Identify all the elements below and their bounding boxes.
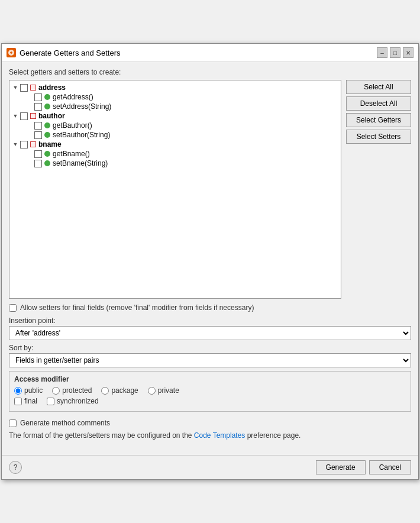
access-modifier-title: Access modifier — [14, 375, 406, 383]
radio-private[interactable]: private — [148, 386, 179, 395]
checkbox-final[interactable]: final — [14, 397, 37, 405]
method-icon-getAddress — [44, 94, 50, 100]
synchronized-checkbox-input[interactable] — [47, 398, 54, 405]
method-icon-setAddress — [44, 104, 50, 109]
generate-button[interactable]: Generate — [316, 460, 366, 474]
deselect-all-button[interactable]: Deselect All — [346, 96, 411, 111]
label-address: address — [38, 83, 66, 92]
allow-final-checkbox[interactable] — [9, 304, 17, 312]
label-getAddress: getAddress() — [53, 93, 93, 101]
footer-section: Generate method comments The format of t… — [9, 415, 411, 441]
expand-bauthor[interactable]: ▼ — [12, 112, 19, 120]
radio-public[interactable]: public — [14, 386, 43, 395]
bottom-section: Allow setters for final fields (remove '… — [9, 304, 411, 449]
cancel-button[interactable]: Cancel — [369, 460, 411, 474]
tree-item-setBname[interactable]: setBname(String) — [9, 159, 341, 168]
radio-package[interactable]: package — [101, 386, 138, 395]
synchronized-label: synchronized — [57, 397, 99, 405]
checkbox-synchronized[interactable]: synchronized — [47, 397, 99, 405]
radio-package-label: package — [111, 386, 138, 395]
sort-by-select[interactable]: Fields in getter/setter pairs Alphabetic… — [9, 353, 411, 367]
method-icon-setBname — [44, 160, 50, 166]
method-icon-setBauthor — [44, 132, 50, 138]
tree-item-getBname[interactable]: getBname() — [9, 149, 341, 159]
sort-by-section: Sort by: Fields in getter/setter pairs A… — [9, 344, 411, 367]
field-icon-bauthor — [30, 113, 36, 119]
footer-action-buttons: Generate Cancel — [316, 460, 411, 474]
button-panel: Select All Deselect All Select Getters S… — [346, 80, 411, 299]
help-button[interactable]: ? — [9, 461, 22, 474]
checkbox-getAddress[interactable] — [34, 93, 42, 101]
expand-address[interactable]: ▼ — [12, 84, 19, 91]
allow-final-label: Allow setters for final fields (remove '… — [20, 304, 254, 312]
checkbox-setBname[interactable] — [34, 160, 42, 167]
label-setAddress: setAddress(String) — [53, 102, 111, 111]
tree-item-bname[interactable]: ▼ bname — [9, 140, 341, 149]
tree-item-bauthor[interactable]: ▼ bauthor — [9, 111, 341, 121]
final-checkbox-input[interactable] — [14, 398, 22, 405]
access-modifier-checkboxes: final synchronized — [14, 397, 406, 405]
checkbox-getBauthor[interactable] — [34, 122, 42, 130]
tree-item-setBauthor[interactable]: setBauthor(String) — [9, 130, 341, 140]
sort-by-label: Sort by: — [9, 344, 411, 352]
dialog-footer: ? Generate Cancel — [2, 455, 418, 479]
field-icon-bname — [30, 141, 36, 147]
checkbox-getBname[interactable] — [34, 150, 42, 158]
tree-item-getAddress[interactable]: getAddress() — [9, 92, 341, 102]
checkbox-bname[interactable] — [20, 141, 28, 148]
dialog-window: Generate Getters and Setters – □ ✕ Selec… — [1, 43, 419, 480]
dialog-body: Select getters and setters to create: ▼ … — [2, 62, 418, 455]
footer-note: The format of the getters/setters may be… — [9, 431, 411, 441]
access-modifier-group: Access modifier public protected package — [9, 371, 411, 412]
window-controls: – □ ✕ — [377, 47, 413, 58]
field-icon-address — [30, 85, 36, 91]
tree-item-getBauthor[interactable]: getBauthor() — [9, 121, 341, 130]
description-label: Select getters and setters to create: — [9, 68, 411, 76]
dialog-title: Generate Getters and Setters — [20, 49, 377, 57]
select-all-button[interactable]: Select All — [346, 80, 411, 94]
radio-protected-input[interactable] — [52, 387, 60, 395]
label-getBauthor: getBauthor() — [53, 121, 92, 130]
radio-public-label: public — [24, 386, 43, 395]
checkbox-setAddress[interactable] — [34, 103, 42, 111]
dialog-icon — [7, 48, 16, 57]
radio-private-input[interactable] — [148, 387, 156, 395]
checkbox-setBauthor[interactable] — [34, 131, 42, 139]
select-setters-button[interactable]: Select Setters — [346, 130, 411, 144]
radio-package-input[interactable] — [101, 387, 109, 395]
access-modifier-radios: public protected package private — [14, 386, 406, 395]
generate-comments-row: Generate method comments — [9, 419, 411, 427]
close-button[interactable]: ✕ — [403, 47, 413, 58]
tree-panel[interactable]: ▼ address getAddress() setAddress(String… — [9, 80, 341, 299]
tree-item-setAddress[interactable]: setAddress(String) — [9, 102, 341, 111]
checkbox-address[interactable] — [20, 84, 28, 92]
expand-bname[interactable]: ▼ — [12, 141, 19, 148]
generate-comments-label: Generate method comments — [20, 419, 110, 427]
checkbox-bauthor[interactable] — [20, 112, 28, 120]
radio-protected[interactable]: protected — [52, 386, 92, 395]
code-templates-link[interactable]: Code Templates — [194, 431, 245, 440]
method-icon-getBname — [44, 151, 50, 157]
insertion-point-label: Insertion point: — [9, 317, 411, 325]
footer-note-text2: preference page. — [245, 431, 301, 440]
radio-protected-label: protected — [62, 386, 92, 395]
label-setBauthor: setBauthor(String) — [53, 131, 110, 139]
maximize-button[interactable]: □ — [390, 47, 400, 58]
insertion-point-section: Insertion point: After 'address' First m… — [9, 317, 411, 340]
final-label: final — [24, 397, 37, 405]
label-bauthor: bauthor — [38, 112, 65, 120]
label-bname: bname — [38, 140, 62, 148]
insertion-point-select[interactable]: After 'address' First method Last method — [9, 326, 411, 340]
label-setBname: setBname(String) — [53, 159, 108, 167]
select-getters-button[interactable]: Select Getters — [346, 113, 411, 127]
title-bar: Generate Getters and Setters – □ ✕ — [2, 44, 418, 62]
label-getBname: getBname() — [53, 150, 90, 158]
allow-final-row: Allow setters for final fields (remove '… — [9, 304, 411, 312]
generate-comments-checkbox[interactable] — [9, 419, 17, 427]
tree-item-address[interactable]: ▼ address — [9, 83, 341, 92]
radio-public-input[interactable] — [14, 387, 22, 395]
footer-note-text1: The format of the getters/setters may be… — [9, 431, 194, 440]
main-content: ▼ address getAddress() setAddress(String… — [9, 80, 411, 299]
method-icon-getBauthor — [44, 122, 50, 128]
minimize-button[interactable]: – — [377, 47, 387, 58]
